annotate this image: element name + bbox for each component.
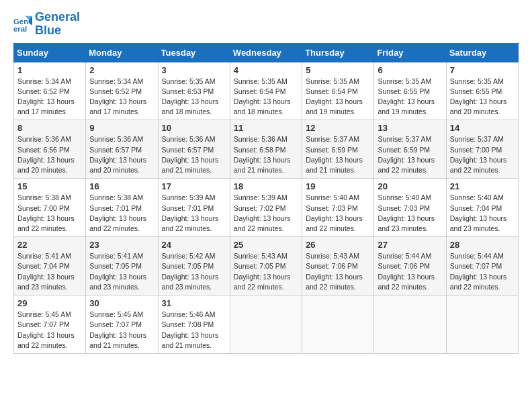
sunrise-label: Sunrise: 5:45 AM xyxy=(17,310,71,318)
sunrise-label: Sunrise: 5:34 AM xyxy=(89,77,143,85)
calendar-cell: 7 Sunrise: 5:35 AM Sunset: 6:55 PM Dayli… xyxy=(446,62,518,120)
sunrise-label: Sunrise: 5:36 AM xyxy=(89,135,143,143)
sunrise-label: Sunrise: 5:34 AM xyxy=(17,77,71,85)
daylight-label: Daylight: 13 hours and 22 minutes. xyxy=(450,273,507,291)
day-info: Sunrise: 5:35 AM Sunset: 6:55 PM Dayligh… xyxy=(378,77,442,118)
logo-icon: Gen eral xyxy=(13,15,32,34)
daylight-label: Daylight: 13 hours and 22 minutes. xyxy=(234,273,291,291)
day-info: Sunrise: 5:34 AM Sunset: 6:52 PM Dayligh… xyxy=(89,77,154,118)
daylight-label: Daylight: 13 hours and 23 minutes. xyxy=(450,214,507,232)
calendar-week-1: 1 Sunrise: 5:34 AM Sunset: 6:52 PM Dayli… xyxy=(14,62,519,120)
calendar-header-wednesday: Wednesday xyxy=(230,43,302,62)
day-info: Sunrise: 5:35 AM Sunset: 6:54 PM Dayligh… xyxy=(306,77,370,118)
sunset-label: Sunset: 7:04 PM xyxy=(17,262,70,270)
daylight-label: Daylight: 13 hours and 21 minutes. xyxy=(162,331,219,349)
day-info: Sunrise: 5:34 AM Sunset: 6:52 PM Dayligh… xyxy=(17,77,82,118)
sunset-label: Sunset: 7:00 PM xyxy=(450,146,502,154)
day-info: Sunrise: 5:45 AM Sunset: 7:07 PM Dayligh… xyxy=(89,310,154,351)
sunrise-label: Sunrise: 5:36 AM xyxy=(17,135,71,143)
day-number: 30 xyxy=(89,298,154,308)
sunset-label: Sunset: 6:54 PM xyxy=(234,87,286,95)
day-info: Sunrise: 5:35 AM Sunset: 6:54 PM Dayligh… xyxy=(234,77,298,118)
calendar-cell: 11 Sunrise: 5:36 AM Sunset: 6:58 PM Dayl… xyxy=(230,120,302,179)
calendar-cell: 4 Sunrise: 5:35 AM Sunset: 6:54 PM Dayli… xyxy=(230,62,302,120)
page-header: Gen eral General Blue xyxy=(13,11,519,38)
sunset-label: Sunset: 7:06 PM xyxy=(378,262,430,270)
calendar-week-4: 22 Sunrise: 5:41 AM Sunset: 7:04 PM Dayl… xyxy=(14,237,519,295)
svg-text:eral: eral xyxy=(13,24,27,32)
day-info: Sunrise: 5:38 AM Sunset: 7:01 PM Dayligh… xyxy=(89,193,154,234)
sunset-label: Sunset: 7:05 PM xyxy=(89,262,142,270)
day-info: Sunrise: 5:45 AM Sunset: 7:07 PM Dayligh… xyxy=(17,310,82,351)
day-info: Sunrise: 5:36 AM Sunset: 6:57 PM Dayligh… xyxy=(89,134,154,175)
day-info: Sunrise: 5:41 AM Sunset: 7:04 PM Dayligh… xyxy=(17,251,82,292)
day-number: 7 xyxy=(450,65,515,75)
sunrise-label: Sunrise: 5:35 AM xyxy=(234,77,287,85)
sunset-label: Sunset: 7:08 PM xyxy=(162,320,214,328)
sunrise-label: Sunrise: 5:44 AM xyxy=(450,252,504,260)
day-info: Sunrise: 5:37 AM Sunset: 6:59 PM Dayligh… xyxy=(306,134,370,175)
calendar-cell: 13 Sunrise: 5:37 AM Sunset: 6:59 PM Dayl… xyxy=(374,120,446,179)
sunrise-label: Sunrise: 5:37 AM xyxy=(450,135,504,143)
day-info: Sunrise: 5:43 AM Sunset: 7:05 PM Dayligh… xyxy=(234,251,298,292)
sunset-label: Sunset: 7:05 PM xyxy=(234,262,286,270)
sunrise-label: Sunrise: 5:41 AM xyxy=(89,252,143,260)
day-number: 26 xyxy=(306,240,370,250)
sunrise-label: Sunrise: 5:36 AM xyxy=(234,135,287,143)
daylight-label: Daylight: 13 hours and 22 minutes. xyxy=(17,214,75,232)
day-info: Sunrise: 5:44 AM Sunset: 7:07 PM Dayligh… xyxy=(450,251,515,292)
calendar-header-thursday: Thursday xyxy=(302,43,374,62)
day-number: 4 xyxy=(234,65,298,75)
sunrise-label: Sunrise: 5:39 AM xyxy=(162,193,216,201)
sunset-label: Sunset: 6:54 PM xyxy=(306,87,358,95)
day-number: 12 xyxy=(306,123,370,133)
day-info: Sunrise: 5:36 AM Sunset: 6:56 PM Dayligh… xyxy=(17,134,82,175)
sunrise-label: Sunrise: 5:39 AM xyxy=(234,193,287,201)
day-number: 14 xyxy=(450,123,515,133)
sunrise-label: Sunrise: 5:41 AM xyxy=(17,252,71,260)
calendar-cell: 22 Sunrise: 5:41 AM Sunset: 7:04 PM Dayl… xyxy=(14,237,86,295)
sunrise-label: Sunrise: 5:35 AM xyxy=(162,77,216,85)
daylight-label: Daylight: 13 hours and 21 minutes. xyxy=(162,156,219,174)
daylight-label: Daylight: 13 hours and 23 minutes. xyxy=(378,214,435,232)
calendar-cell: 31 Sunrise: 5:46 AM Sunset: 7:08 PM Dayl… xyxy=(158,295,230,354)
logo-text: General Blue xyxy=(35,11,80,38)
sunrise-label: Sunrise: 5:38 AM xyxy=(17,193,71,201)
daylight-label: Daylight: 13 hours and 22 minutes. xyxy=(89,214,146,232)
daylight-label: Daylight: 13 hours and 20 minutes. xyxy=(450,97,507,116)
day-info: Sunrise: 5:40 AM Sunset: 7:03 PM Dayligh… xyxy=(306,193,370,234)
calendar-cell: 21 Sunrise: 5:40 AM Sunset: 7:04 PM Dayl… xyxy=(446,179,518,237)
calendar-cell: 9 Sunrise: 5:36 AM Sunset: 6:57 PM Dayli… xyxy=(86,120,158,179)
calendar-cell: 29 Sunrise: 5:45 AM Sunset: 7:07 PM Dayl… xyxy=(14,295,86,354)
daylight-label: Daylight: 13 hours and 22 minutes. xyxy=(450,156,507,174)
calendar-week-3: 15 Sunrise: 5:38 AM Sunset: 7:00 PM Dayl… xyxy=(14,179,519,237)
daylight-label: Daylight: 13 hours and 22 minutes. xyxy=(378,273,435,291)
day-info: Sunrise: 5:37 AM Sunset: 6:59 PM Dayligh… xyxy=(378,134,442,175)
day-number: 21 xyxy=(450,181,515,191)
calendar-cell: 14 Sunrise: 5:37 AM Sunset: 7:00 PM Dayl… xyxy=(446,120,518,179)
day-number: 25 xyxy=(234,240,298,250)
sunrise-label: Sunrise: 5:35 AM xyxy=(450,77,504,85)
daylight-label: Daylight: 13 hours and 23 minutes. xyxy=(17,273,75,291)
day-number: 2 xyxy=(89,65,154,75)
sunset-label: Sunset: 6:56 PM xyxy=(17,146,70,154)
day-info: Sunrise: 5:44 AM Sunset: 7:06 PM Dayligh… xyxy=(378,251,442,292)
sunset-label: Sunset: 7:03 PM xyxy=(306,204,358,212)
daylight-label: Daylight: 13 hours and 22 minutes. xyxy=(234,214,291,232)
day-info: Sunrise: 5:37 AM Sunset: 7:00 PM Dayligh… xyxy=(450,134,515,175)
sunrise-label: Sunrise: 5:43 AM xyxy=(234,252,287,260)
day-number: 19 xyxy=(306,181,370,191)
day-info: Sunrise: 5:39 AM Sunset: 7:01 PM Dayligh… xyxy=(162,193,226,234)
calendar-cell: 23 Sunrise: 5:41 AM Sunset: 7:05 PM Dayl… xyxy=(86,237,158,295)
daylight-label: Daylight: 13 hours and 22 minutes. xyxy=(378,156,435,174)
day-number: 24 xyxy=(162,240,226,250)
calendar-cell: 3 Sunrise: 5:35 AM Sunset: 6:53 PM Dayli… xyxy=(158,62,230,120)
daylight-label: Daylight: 13 hours and 19 minutes. xyxy=(306,97,363,116)
calendar-header-tuesday: Tuesday xyxy=(158,43,230,62)
day-number: 1 xyxy=(17,65,82,75)
sunrise-label: Sunrise: 5:40 AM xyxy=(450,193,504,201)
daylight-label: Daylight: 13 hours and 17 minutes. xyxy=(89,97,146,116)
day-info: Sunrise: 5:36 AM Sunset: 6:57 PM Dayligh… xyxy=(162,134,226,175)
calendar-cell: 25 Sunrise: 5:43 AM Sunset: 7:05 PM Dayl… xyxy=(230,237,302,295)
calendar-header-monday: Monday xyxy=(86,43,158,62)
